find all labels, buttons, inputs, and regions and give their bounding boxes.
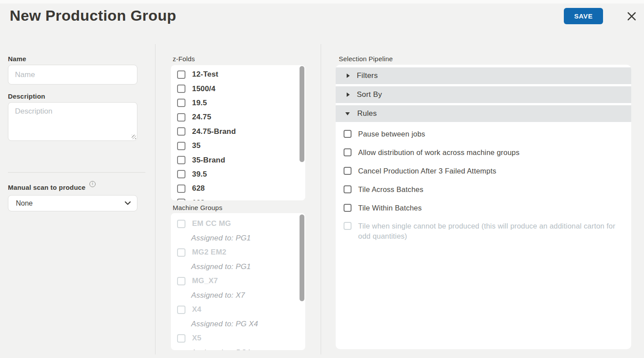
accordion-sort-by[interactable]: Sort By: [336, 86, 631, 103]
checkbox[interactable]: [344, 167, 352, 175]
checkbox[interactable]: [344, 185, 352, 193]
assigned-to-text: Assigned to: X7: [171, 288, 305, 303]
machine-groups-list: EM CC MG Assigned to: PG1 MG2 EM2 Assign…: [171, 213, 305, 350]
list-item: 24.75-Brand: [171, 125, 305, 139]
rule-row-allow-distribution[interactable]: Allow distribution of work across machin…: [336, 143, 631, 162]
chevron-right-icon: [347, 74, 350, 78]
rule-row-tile-within-batches[interactable]: Tile Within Batches: [336, 199, 631, 217]
assigned-to-text: Assigned to: PG1: [171, 231, 305, 245]
manual-scan-select[interactable]: None: [8, 195, 137, 211]
list-item: MG2 EM2 Assigned to: PG1: [171, 245, 305, 274]
section-divider: [8, 172, 145, 173]
checkbox[interactable]: [344, 204, 352, 212]
list-item-label[interactable]: 19.5: [192, 99, 207, 107]
chevron-down-icon: [345, 112, 350, 115]
list-item: EM CC MG Assigned to: PG1: [171, 213, 305, 245]
list-item: 35-Brand: [171, 153, 305, 167]
rule-label: Tile Within Batches: [358, 204, 422, 212]
list-item-label[interactable]: 1500/4: [192, 85, 215, 93]
machine-group-name: EM CC MG: [192, 219, 231, 228]
list-item: 12-Test: [171, 67, 305, 81]
checkbox[interactable]: [177, 185, 185, 193]
checkbox[interactable]: [344, 130, 352, 138]
accordion-filters[interactable]: Filters: [336, 67, 631, 84]
name-field[interactable]: [8, 65, 137, 85]
rule-row-tile-when-single: Tile when single cannot be produced (thi…: [336, 217, 631, 241]
accordion-label: Filters: [357, 71, 378, 80]
rule-label: Pause between jobs: [358, 130, 425, 138]
rules-list: Pause between jobs Allow distribution of…: [336, 124, 631, 241]
rule-label: Cancel Production After 3 Failed Attempt…: [358, 167, 496, 175]
checkbox[interactable]: [177, 85, 185, 93]
list-item-label[interactable]: 24.75-Brand: [192, 127, 236, 136]
list-item: 629: [171, 196, 305, 200]
resize-handle[interactable]: [132, 135, 136, 139]
scrollbar-thumb[interactable]: [300, 66, 304, 162]
accordion-label: Rules: [357, 109, 377, 118]
rule-row-cancel-production[interactable]: Cancel Production After 3 Failed Attempt…: [336, 162, 631, 180]
checkbox: [177, 248, 185, 257]
list-item: X5 Assigned to: PG1: [171, 331, 305, 350]
description-label: Description: [8, 92, 137, 100]
checkbox[interactable]: [177, 127, 185, 136]
manual-scan-label: Manual scan to produce: [8, 184, 85, 191]
rule-label: Tile when single cannot be produced (thi…: [358, 221, 617, 241]
list-item-label[interactable]: 12-Test: [192, 70, 218, 79]
selection-pipeline-label: Selection Pipeline: [339, 55, 393, 63]
assigned-to-text: Assigned to: PG X4: [171, 317, 305, 331]
list-item-label[interactable]: 39.5: [192, 170, 207, 179]
column-divider: [155, 44, 155, 354]
page-title: New Production Group: [10, 7, 176, 24]
chevron-right-icon: [347, 92, 350, 97]
accordion-rules[interactable]: Rules: [336, 105, 631, 122]
info-icon[interactable]: i: [89, 181, 96, 187]
form-column: Name Description Manual scan to produce …: [8, 55, 137, 211]
list-item-label[interactable]: 24.75: [192, 113, 211, 122]
description-field[interactable]: [8, 102, 137, 141]
scrollbar-thumb[interactable]: [300, 214, 304, 301]
rule-label: Tile Across Batches: [358, 185, 423, 194]
checkbox[interactable]: [177, 199, 185, 200]
machine-group-name: MG_X7: [192, 277, 218, 285]
list-item: 628: [171, 181, 305, 196]
rule-row-pause-between-jobs[interactable]: Pause between jobs: [336, 125, 631, 143]
checkbox[interactable]: [177, 70, 185, 79]
checkbox[interactable]: [177, 142, 185, 150]
assigned-to-text: Assigned to: PG1: [171, 259, 305, 274]
list-item-label[interactable]: 35: [192, 141, 200, 150]
list-item-label[interactable]: 629: [192, 199, 205, 200]
checkbox[interactable]: [177, 99, 185, 107]
selection-pipeline-card: Filters Sort By Rules Pause between jobs…: [336, 65, 631, 349]
zfolds-label: z-Folds: [173, 55, 195, 63]
list-item: MG_X7 Assigned to: X7: [171, 274, 305, 303]
checkbox[interactable]: [177, 156, 185, 164]
checkbox[interactable]: [177, 170, 185, 178]
rule-label: Allow distribution of work across machin…: [358, 148, 519, 157]
machine-group-name: X5: [192, 334, 201, 343]
close-icon[interactable]: [625, 10, 638, 22]
machine-group-name: MG2 EM2: [192, 248, 226, 257]
list-item-label[interactable]: 35-Brand: [192, 156, 225, 165]
column-divider: [321, 44, 321, 354]
rule-row-tile-across-batches[interactable]: Tile Across Batches: [336, 180, 631, 199]
list-item: 35: [171, 139, 305, 153]
list-item: 24.75: [171, 110, 305, 124]
list-item: 1500/4: [171, 81, 305, 96]
accordion-label: Sort By: [357, 90, 382, 99]
machine-group-name: X4: [192, 305, 201, 314]
checkbox[interactable]: [177, 113, 185, 122]
list-item: 19.5: [171, 96, 305, 110]
checkbox: [177, 334, 185, 343]
list-item-label[interactable]: 628: [192, 184, 205, 193]
checkbox: [344, 222, 352, 230]
top-edge-strip: [0, 0, 644, 4]
save-button[interactable]: SAVE: [564, 8, 603, 24]
list-item: 39.5: [171, 167, 305, 181]
chevron-down-icon: [125, 201, 131, 205]
zfolds-list: 12-Test 1500/4 19.5 24.75 24.75-Brand 35…: [171, 65, 305, 200]
manual-scan-selected-value: None: [16, 199, 33, 207]
checkbox[interactable]: [344, 148, 352, 156]
checkbox: [177, 220, 185, 228]
checkbox: [177, 277, 185, 285]
list-item: X4 Assigned to: PG X4: [171, 303, 305, 331]
